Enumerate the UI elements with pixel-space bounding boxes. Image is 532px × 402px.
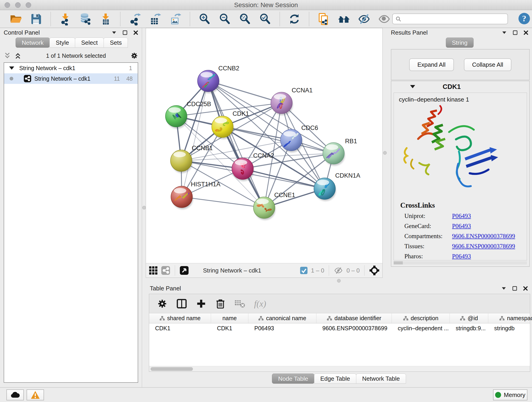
crosslink-value[interactable]: P06493 bbox=[452, 223, 471, 230]
import-table-icon[interactable] bbox=[99, 12, 112, 26]
panel-float-icon[interactable] bbox=[512, 286, 517, 291]
table-scrollbar[interactable] bbox=[149, 366, 530, 371]
warning-status-button[interactable] bbox=[27, 389, 44, 400]
tab-style[interactable]: Style bbox=[50, 38, 75, 48]
grid-view-icon[interactable] bbox=[149, 266, 158, 275]
tab-network-table[interactable]: Network Table bbox=[356, 374, 406, 384]
network-node-hist1h1a[interactable] bbox=[171, 186, 192, 208]
search-input[interactable] bbox=[403, 16, 505, 22]
crosslink-label: Compartments: bbox=[404, 233, 452, 240]
panel-float-icon[interactable] bbox=[123, 30, 127, 35]
expand-all-icon[interactable] bbox=[14, 52, 22, 59]
crosslink-value[interactable]: 9606.ENSP00000378699 bbox=[452, 233, 515, 240]
search-box[interactable] bbox=[392, 13, 508, 24]
tab-string[interactable]: String bbox=[446, 38, 474, 48]
import-network-database-icon[interactable] bbox=[79, 12, 92, 26]
network-node-ccna1[interactable] bbox=[271, 92, 292, 114]
column-header--id[interactable]: @id bbox=[450, 313, 488, 323]
right-splitter-handle[interactable] bbox=[383, 151, 387, 155]
column-header-database-identifier[interactable]: database identifier bbox=[317, 313, 392, 323]
tab-node-table[interactable]: Node Table bbox=[272, 374, 314, 384]
column-header-name[interactable]: name bbox=[211, 313, 248, 323]
panel-float-icon[interactable] bbox=[513, 30, 518, 35]
collapse-triangle-icon[interactable] bbox=[9, 66, 14, 70]
collapse-all-icon[interactable] bbox=[4, 52, 11, 59]
network-node-cdkn1a[interactable] bbox=[314, 178, 336, 199]
network-collection-row[interactable]: String Network – cdk1 1 bbox=[4, 63, 138, 73]
import-network-icon[interactable] bbox=[59, 12, 72, 26]
open-session-icon[interactable] bbox=[9, 12, 22, 26]
export-network-icon[interactable] bbox=[128, 12, 142, 26]
tab-edge-table[interactable]: Edge Table bbox=[314, 374, 356, 384]
export-table-icon[interactable] bbox=[148, 12, 162, 26]
gear-icon[interactable] bbox=[130, 52, 138, 60]
hidden-eye-icon bbox=[334, 267, 343, 274]
hide-selected-icon[interactable] bbox=[357, 12, 371, 26]
column-header-namespace[interactable]: namespace bbox=[488, 313, 532, 323]
tab-network[interactable]: Network bbox=[16, 38, 50, 48]
horizontal-splitter-handle[interactable] bbox=[337, 279, 341, 283]
network-row-selected[interactable]: String Network – cdk1 11 48 bbox=[4, 73, 138, 84]
network-node-cdk1[interactable] bbox=[212, 116, 233, 138]
tab-select[interactable]: Select bbox=[75, 38, 104, 48]
node-label-ccne1: CCNE1 bbox=[274, 191, 295, 198]
zoom-out-icon[interactable] bbox=[218, 12, 231, 26]
network-node-ccna2[interactable] bbox=[232, 158, 253, 179]
node-table: f(x) shared namenamecanonical namedataba… bbox=[149, 294, 530, 372]
warning-icon bbox=[31, 390, 40, 399]
collapse-all-button[interactable]: Collapse All bbox=[464, 58, 512, 71]
panel-close-icon[interactable] bbox=[524, 30, 528, 35]
control-panel: Control Panel NetworkStyleSelectSets 1 o… bbox=[0, 28, 142, 387]
selected-checkbox-icon[interactable] bbox=[300, 267, 308, 274]
birdseye-view-icon[interactable] bbox=[180, 266, 189, 275]
cloud-status-button[interactable] bbox=[6, 389, 24, 400]
panel-menu-icon[interactable] bbox=[502, 31, 507, 34]
network-node-ccne1[interactable] bbox=[253, 197, 275, 218]
table-settings-gear-icon[interactable] bbox=[157, 298, 167, 309]
table-row[interactable]: CDK1CDK1P064939606.ENSP00000378699cyclin… bbox=[149, 323, 530, 333]
collapse-section-icon[interactable] bbox=[410, 85, 415, 88]
panel-close-icon[interactable] bbox=[133, 30, 138, 35]
network-node-rb1[interactable] bbox=[323, 143, 344, 164]
export-image-icon[interactable] bbox=[169, 12, 182, 26]
delete-column-icon[interactable] bbox=[215, 298, 226, 309]
panel-menu-icon[interactable] bbox=[501, 287, 506, 290]
toolbar-divider bbox=[190, 12, 190, 26]
node-label-ccna2: CCNA2 bbox=[253, 152, 274, 159]
show-columns-icon[interactable] bbox=[176, 298, 187, 309]
crosslink-row: Pharos:P06493 bbox=[404, 253, 527, 260]
column-header-canonical-name[interactable]: canonical name bbox=[248, 313, 317, 323]
column-header-description[interactable]: description bbox=[392, 313, 450, 323]
network-node-cdc25b[interactable] bbox=[165, 105, 187, 127]
results-scrollbar[interactable] bbox=[394, 261, 527, 264]
panel-menu-icon[interactable] bbox=[112, 31, 117, 34]
panel-close-icon[interactable] bbox=[523, 286, 528, 291]
pan-crosshair-icon[interactable] bbox=[369, 265, 380, 276]
main-toolbar: ? bbox=[0, 10, 532, 28]
add-column-icon[interactable] bbox=[196, 298, 206, 309]
column-header-shared-name[interactable]: shared name bbox=[149, 313, 211, 323]
refresh-icon[interactable] bbox=[288, 12, 301, 26]
network-node-ccnb2[interactable] bbox=[197, 70, 219, 92]
crosslink-value[interactable]: P06493 bbox=[452, 253, 471, 260]
zoom-selected-icon[interactable] bbox=[259, 12, 272, 26]
help-button[interactable]: ? bbox=[519, 13, 530, 24]
first-neighbors-icon[interactable] bbox=[337, 12, 351, 26]
zoom-in-icon[interactable] bbox=[198, 12, 211, 26]
expand-all-button[interactable]: Expand All bbox=[409, 58, 454, 71]
table-header-row: shared namenamecanonical namedatabase id… bbox=[149, 313, 530, 323]
network-node-cdc6[interactable] bbox=[280, 129, 302, 151]
left-splitter-handle[interactable] bbox=[142, 206, 146, 210]
zoom-fit-icon[interactable] bbox=[238, 12, 252, 26]
network-node-ccnb1[interactable] bbox=[171, 150, 192, 172]
crosslinks-title: CrossLinks bbox=[400, 201, 527, 210]
crosslink-value[interactable]: P06493 bbox=[452, 212, 471, 220]
network-canvas[interactable]: CCNB2CCNA1CDC25BCDK1CDC6RB1CCNB1CCNA2CDK… bbox=[146, 28, 382, 263]
crosslink-value[interactable]: 9606.ENSP00000378699 bbox=[452, 243, 515, 250]
memory-button[interactable]: Memory bbox=[493, 389, 527, 400]
tab-sets[interactable]: Sets bbox=[104, 38, 128, 48]
network-from-selection-icon[interactable] bbox=[317, 12, 330, 26]
network-share-view-icon[interactable] bbox=[161, 266, 170, 275]
save-session-icon[interactable] bbox=[29, 12, 43, 26]
show-all-icon[interactable] bbox=[378, 12, 391, 26]
